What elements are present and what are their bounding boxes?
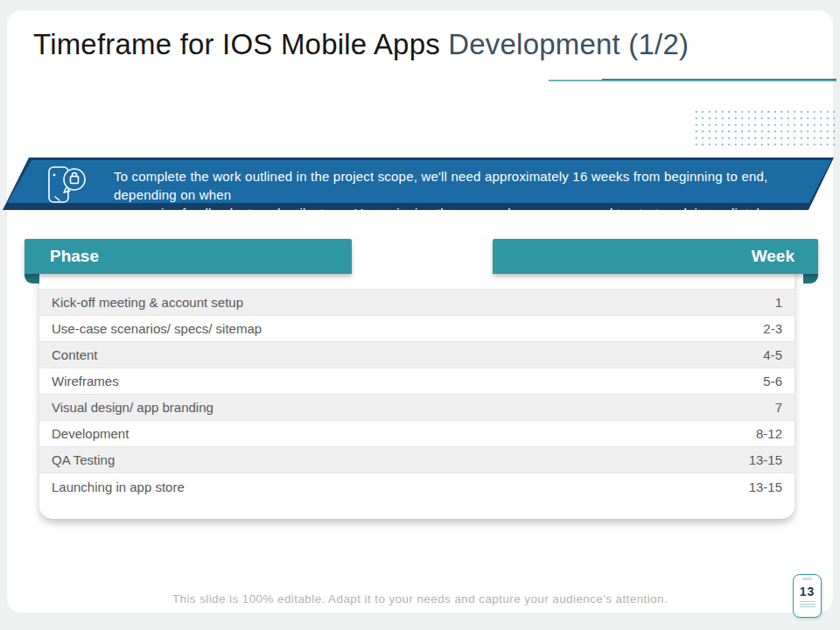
phase-cell: Content xyxy=(52,347,98,362)
title-underline-short xyxy=(549,80,602,81)
page-title: Timeframe for IOS Mobile Apps Developmen… xyxy=(33,28,689,61)
table-row: Content 4-5 xyxy=(39,342,794,368)
week-cell: 2-3 xyxy=(763,321,782,336)
slide: Timeframe for IOS Mobile Apps Developmen… xyxy=(0,0,840,630)
phone-lines xyxy=(800,601,816,607)
phase-cell: Kick-off meeting & account setup xyxy=(52,295,243,310)
table-row: Wireframes 5-6 xyxy=(39,368,794,395)
page-title-accent: Development (1/2) xyxy=(448,28,689,60)
info-banner-line-1: To complete the work outlined in the pro… xyxy=(114,167,822,204)
phone-notch xyxy=(802,578,812,580)
phase-cell: Use-case scenarios/ specs/ sitemap xyxy=(52,321,262,336)
page-number-phone-icon: 13 xyxy=(793,574,822,618)
week-cell: 8-12 xyxy=(756,426,782,441)
phone-chat-icon xyxy=(46,164,91,207)
title-underline-long xyxy=(602,79,836,81)
timeline-table-rows: Kick-off meeting & account setup 1 Use-c… xyxy=(39,289,794,500)
table-row: Use-case scenarios/ specs/ sitemap 2-3 xyxy=(39,316,794,342)
phase-cell: Visual design/ app branding xyxy=(52,400,214,415)
table-header-week: Week xyxy=(493,239,818,274)
week-cell: 1 xyxy=(775,295,782,310)
phase-cell: QA Testing xyxy=(52,452,115,467)
week-cell: 13-15 xyxy=(749,480,782,494)
week-cell: 7 xyxy=(775,400,782,415)
page-title-main: Timeframe for IOS Mobile Apps xyxy=(33,28,440,60)
info-banner-text: To complete the work outlined in the pro… xyxy=(114,167,822,222)
page-number: 13 xyxy=(800,584,816,598)
table-row: QA Testing 13-15 xyxy=(39,447,794,473)
phase-cell: Launching in app store xyxy=(52,480,185,494)
week-cell: 13-15 xyxy=(749,452,782,467)
dots-pattern xyxy=(693,108,838,148)
phase-cell: Wireframes xyxy=(52,374,119,388)
footer-note: This slide is 100% editable. Adapt it to… xyxy=(0,592,840,606)
week-cell: 5-6 xyxy=(763,374,782,388)
week-cell: 4-5 xyxy=(763,347,782,362)
timeline-table: Kick-off meeting & account setup 1 Use-c… xyxy=(39,239,794,519)
info-banner-line-2: we receive feedback at each milestone. U… xyxy=(114,204,822,222)
table-row: Development 8-12 xyxy=(39,421,794,447)
table-row: Kick-off meeting & account setup 1 xyxy=(39,290,794,316)
phase-cell: Development xyxy=(52,426,129,441)
table-row: Visual design/ app branding 7 xyxy=(39,395,794,421)
table-row: Launching in app store 13-15 xyxy=(39,473,794,500)
table-header-phase: Phase xyxy=(24,239,352,274)
